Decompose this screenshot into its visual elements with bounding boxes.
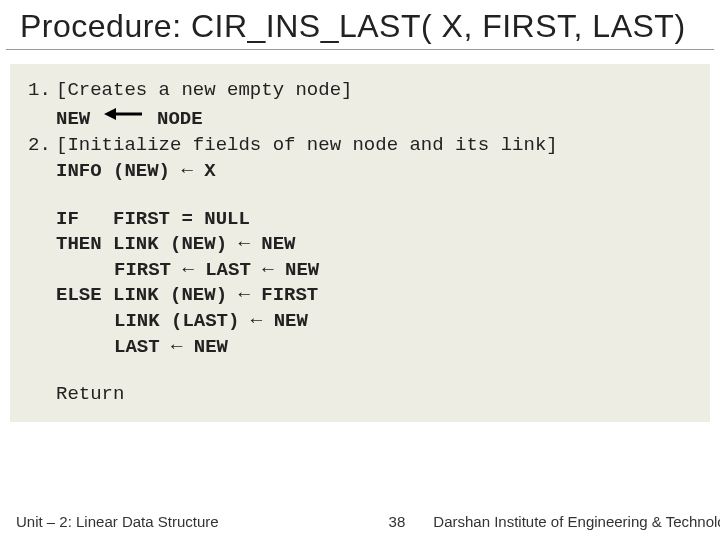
step-1-code: NEW NODE: [28, 104, 692, 134]
step-1-code-left: NEW: [56, 107, 102, 129]
footer-page-number: 38: [389, 513, 406, 530]
page-title: Procedure: CIR_INS_LAST( X, FIRST, LAST): [6, 0, 714, 50]
footer-institute: Darshan Institute of Engineering & Techn…: [433, 513, 720, 530]
else-line-1: ELSE LINK (NEW) ← FIRST: [28, 283, 692, 309]
else-line-3: LAST ← NEW: [28, 335, 692, 361]
if-line: IF FIRST = NULL: [28, 207, 692, 233]
step-1-header: 1.[Creates a new empty node]: [28, 78, 692, 104]
else-line-2: LINK (LAST) ← NEW: [28, 309, 692, 335]
svg-marker-1: [104, 108, 116, 120]
step-1-code-right: NODE: [146, 107, 203, 129]
step-2-desc: [Initialize fields of new node and its l…: [56, 134, 558, 156]
step-2-number: 2.: [28, 133, 56, 159]
step-1-desc: [Creates a new empty node]: [56, 79, 352, 101]
spacer: [28, 360, 692, 382]
step-2-header: 2.[Initialize fields of new node and its…: [28, 133, 692, 159]
then-line-1: THEN LINK (NEW) ← NEW: [28, 232, 692, 258]
code-block: 1.[Creates a new empty node] NEW NODE 2.…: [10, 64, 710, 422]
then-line-2: FIRST ← LAST ← NEW: [28, 258, 692, 284]
spacer: [28, 185, 692, 207]
footer: Unit – 2: Linear Data Structure 38 Darsh…: [0, 513, 720, 530]
footer-unit: Unit – 2: Linear Data Structure: [16, 513, 219, 530]
step-2-code: INFO (NEW) ← X: [28, 159, 692, 185]
step-1-number: 1.: [28, 78, 56, 104]
left-arrow-icon: [104, 104, 144, 130]
return-line: Return: [28, 382, 692, 408]
